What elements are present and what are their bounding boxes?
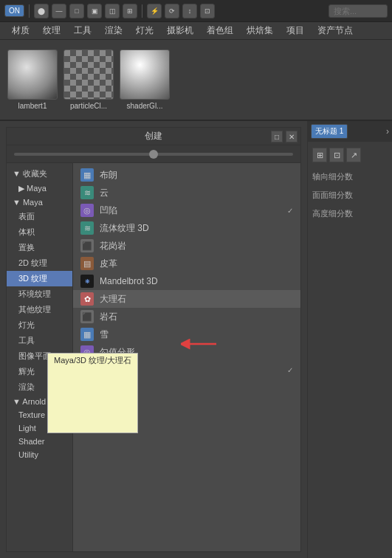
sep2 <box>142 4 142 18</box>
tree-panel: ▼ 收藏夹▶ Maya▼ Maya表面体积置换2D 纹理3D 纹理环境纹理其他纹… <box>7 163 73 551</box>
menu-item-工具[interactable]: 工具 <box>68 22 97 39</box>
item-row-leather[interactable]: ▤皮革 <box>73 255 300 272</box>
item-icon-rock: ⬛ <box>80 310 94 323</box>
material-label-shaderGl: shaderGl... <box>120 102 170 110</box>
item-row-fluidtex[interactable]: ≋流体纹理 3D <box>73 219 300 237</box>
toolbar-icon-3[interactable]: □ <box>69 4 84 18</box>
menu-item-烘焙集[interactable]: 烘焙集 <box>241 22 279 39</box>
right-panel-body: ⊞⊡↗轴向细分数面面细分数高度细分数 <box>308 142 392 558</box>
item-row-solidfractal[interactable]: ◎勾值分形 <box>73 343 300 361</box>
tree-item-imageplane[interactable]: 图像平面 <box>7 348 72 364</box>
tree-item-surface[interactable]: 表面 <box>7 209 72 224</box>
toolbar-icon-9[interactable]: ↕ <box>182 4 197 18</box>
toolbar: ON ⬤ — □ ▣ ◫ ⊞ ⚡ ⟳ ↕ ⊡ <box>0 0 392 22</box>
material-thumb-lambert1[interactable] <box>7 49 58 100</box>
right-panel-tab[interactable]: 无标题 1 <box>311 124 348 139</box>
tree-item-maya1[interactable]: ▶ Maya <box>7 182 72 196</box>
main-area: 创建 □ ✕ ▼ 收藏夹▶ Maya▼ Maya表面体积置换2D 纹理3D 纹理… <box>0 121 392 558</box>
item-label-wood: 木材 <box>100 399 117 412</box>
item-row-granite[interactable]: ⬛花岗岩 <box>73 237 300 255</box>
slider-track[interactable] <box>14 153 293 156</box>
tree-item-othertex[interactable]: 其他纹理 <box>7 302 72 317</box>
item-icon-fluidtex: ≋ <box>80 221 94 235</box>
check-stucco: ✓ <box>287 366 293 374</box>
item-icon-bulge: ▦ <box>80 168 94 182</box>
tree-item-texture[interactable]: Texture <box>7 408 72 421</box>
tree-item-utility[interactable]: Utility <box>7 448 72 461</box>
menu-item-摄影机[interactable]: 摄影机 <box>161 22 199 39</box>
tree-item-maya2[interactable]: ▼ Maya <box>7 196 72 209</box>
item-row-marble[interactable]: ✿大理石 <box>73 290 300 308</box>
tree-item-replace[interactable]: 置换 <box>7 240 72 255</box>
slider-area[interactable] <box>7 145 300 163</box>
material-thumb-shaderGl[interactable] <box>120 49 170 100</box>
slider-thumb[interactable] <box>149 150 158 159</box>
item-row-rock[interactable]: ⬛岩石 <box>73 308 300 326</box>
right-panel: 无标题 1 › ⊞⊡↗轴向细分数面面细分数高度细分数 <box>307 121 392 558</box>
sphere-icon[interactable]: ⬤ <box>34 4 49 18</box>
menu-item-着色组[interactable]: 着色组 <box>201 22 239 39</box>
tree-item-shader[interactable]: Shader <box>7 435 72 448</box>
menu-item-纹理[interactable]: 纹理 <box>37 22 66 39</box>
menu-item-资产节点[interactable]: 资产节点 <box>312 22 359 39</box>
tree-item-arnold[interactable]: ▼ Arnold <box>7 395 72 408</box>
item-label-mandelbrot: Mandelbrot 3D <box>100 276 158 286</box>
item-icon-mandelbrot: ❋ <box>80 275 94 288</box>
items-panel: ▦布朗≋云◎凹陷✓≋流体纹理 3D⬛花岗岩▤皮革❋Mandelbrot 3D✿大… <box>73 163 300 551</box>
item-row-wood[interactable]: ▥木材 <box>73 396 300 414</box>
right-panel-icon[interactable]: ↗ <box>346 148 361 162</box>
item-label-fluidtex: 流体纹理 3D <box>100 222 149 235</box>
item-row-cloud[interactable]: ≋云 <box>73 184 300 202</box>
expand-panel-button[interactable]: □ <box>271 131 283 142</box>
toolbar-icon-4[interactable]: ▣ <box>87 4 102 18</box>
tree-item-favorites[interactable]: ▼ 收藏夹 <box>7 166 72 182</box>
item-row-crater[interactable]: ◎凹陷✓ <box>73 202 300 219</box>
close-panel-button[interactable]: ✕ <box>286 131 298 142</box>
menu-item-渲染[interactable]: 渲染 <box>99 22 128 39</box>
toolbar-icon-6[interactable]: ⊞ <box>123 4 137 18</box>
tree-item-alight[interactable]: Light <box>7 421 72 435</box>
toolbar-icon-8[interactable]: ⟳ <box>165 4 179 18</box>
on-button[interactable]: ON <box>4 4 24 17</box>
item-label-rock: 岩石 <box>100 311 117 323</box>
material-item-shaderGl[interactable]: shaderGl... <box>120 49 170 110</box>
toolbar-icon-2[interactable]: — <box>52 4 66 18</box>
right-panel-arrow[interactable]: › <box>386 126 389 137</box>
item-row-bulge[interactable]: ▦布朗 <box>73 166 300 184</box>
item-row-mandelbrot[interactable]: ❋Mandelbrot 3D <box>73 272 300 290</box>
tree-item-2dtex[interactable]: 2D 纹理 <box>7 255 72 271</box>
item-icon-volumenoise: ◈ <box>80 381 94 394</box>
material-item-particleCl[interactable]: particleCl... <box>63 49 114 110</box>
material-label-particleCl: particleCl... <box>63 102 114 110</box>
material-thumb-particleCl[interactable] <box>63 49 114 100</box>
tree-item-glow[interactable]: 辉光 <box>7 364 72 379</box>
toolbar-icon-10[interactable]: ⊡ <box>200 4 215 18</box>
menu-item-材质[interactable]: 材质 <box>6 22 35 39</box>
right-panel-tabs: 无标题 1 › <box>308 121 392 142</box>
tree-item-light[interactable]: 灯光 <box>7 317 72 333</box>
item-label-snow: 雪 <box>100 328 109 341</box>
right-panel-icons: ⊞⊡↗ <box>312 148 388 162</box>
tree-item-3dtex[interactable]: 3D 纹理 <box>7 271 72 286</box>
create-panel: 创建 □ ✕ ▼ 收藏夹▶ Maya▼ Maya表面体积置换2D 纹理3D 纹理… <box>6 127 301 552</box>
tree-item-render[interactable]: 渲染 <box>7 379 72 395</box>
create-body: ▼ 收藏夹▶ Maya▼ Maya表面体积置换2D 纹理3D 纹理环境纹理其他纹… <box>7 163 300 551</box>
item-row-stucco[interactable]: ⬛灰泥✓ <box>73 361 300 379</box>
tree-item-tools[interactable]: 工具 <box>7 333 72 348</box>
item-row-volumenoise[interactable]: ◈体积噪波 <box>73 379 300 396</box>
item-icon-granite: ⬛ <box>80 239 94 252</box>
search-input[interactable] <box>329 4 388 18</box>
item-label-solidfractal: 勾值分形 <box>100 346 135 359</box>
toolbar-icon-5[interactable]: ◫ <box>105 4 120 18</box>
tree-item-envtex[interactable]: 环境纹理 <box>7 286 72 302</box>
toolbar-icon-7[interactable]: ⚡ <box>147 4 162 18</box>
menu-item-灯光[interactable]: 灯光 <box>130 22 159 39</box>
item-label-stucco: 灰泥 <box>100 364 117 376</box>
material-item-lambert1[interactable]: lambert1 <box>7 49 58 110</box>
tree-item-volume[interactable]: 体积 <box>7 224 72 240</box>
menu-item-项目[interactable]: 项目 <box>281 22 310 39</box>
item-icon-stucco: ⬛ <box>80 363 94 376</box>
item-row-snow[interactable]: ▦雪 <box>73 326 300 343</box>
right-panel-icon[interactable]: ⊡ <box>329 148 344 162</box>
right-panel-icon[interactable]: ⊞ <box>312 148 327 162</box>
